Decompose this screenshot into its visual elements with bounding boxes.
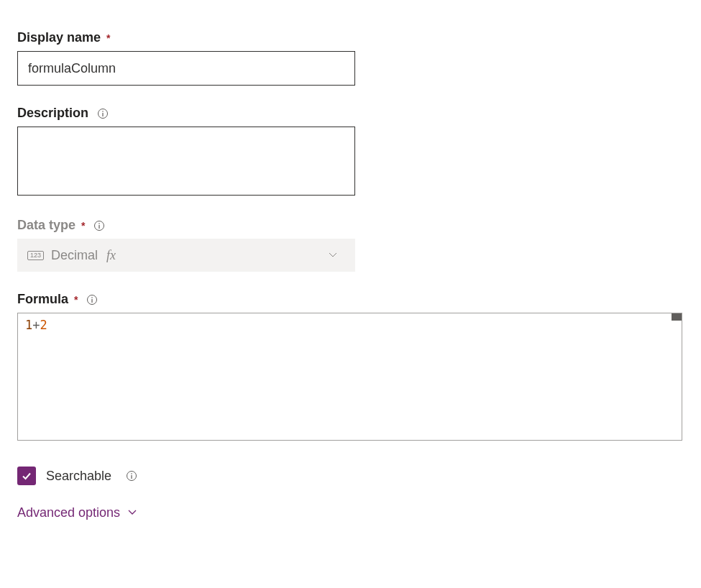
required-asterisk: * — [81, 220, 85, 231]
searchable-row: Searchable — [17, 467, 684, 485]
number-icon: 123 — [27, 251, 44, 260]
svg-rect-11 — [131, 475, 132, 479]
data-type-dropdown[interactable]: 123 Decimal fx — [17, 239, 355, 272]
info-icon[interactable] — [86, 294, 98, 306]
info-icon[interactable] — [97, 108, 109, 119]
description-label: Description — [17, 106, 88, 121]
svg-rect-8 — [92, 299, 93, 303]
formula-field: Formula * 1+2 — [17, 292, 684, 441]
required-asterisk: * — [106, 32, 110, 44]
searchable-checkbox[interactable] — [17, 467, 36, 485]
data-type-selected: Decimal — [51, 248, 98, 263]
data-type-label: Data type — [17, 218, 75, 233]
display-name-label: Display name — [17, 30, 101, 45]
formula-literal: 1 — [25, 318, 32, 332]
display-name-field: Display name * — [17, 30, 684, 86]
info-icon[interactable] — [93, 220, 105, 231]
formula-operator: + — [32, 318, 40, 332]
searchable-label: Searchable — [46, 469, 111, 484]
advanced-options-toggle[interactable]: Advanced options — [17, 505, 684, 520]
data-type-label-row: Data type * — [17, 218, 684, 233]
display-name-input[interactable] — [17, 51, 355, 86]
svg-point-10 — [131, 473, 132, 474]
required-asterisk: * — [74, 294, 78, 306]
svg-rect-5 — [99, 225, 100, 229]
scrollbar-thumb[interactable] — [672, 313, 682, 321]
svg-point-1 — [102, 111, 104, 112]
fx-icon: fx — [106, 248, 116, 263]
advanced-options-label: Advanced options — [17, 505, 120, 520]
formula-literal: 2 — [40, 318, 47, 332]
formula-label-row: Formula * — [17, 292, 684, 307]
display-name-label-row: Display name * — [17, 30, 684, 45]
description-field: Description — [17, 106, 684, 198]
description-input[interactable] — [17, 127, 355, 196]
formula-editor[interactable]: 1+2 — [17, 313, 682, 441]
formula-label: Formula — [17, 292, 68, 307]
data-type-field: Data type * 123 Decimal fx — [17, 218, 684, 272]
info-icon[interactable] — [126, 470, 137, 482]
description-label-row: Description — [17, 106, 684, 121]
svg-rect-2 — [102, 113, 103, 116]
chevron-down-icon — [127, 507, 137, 519]
svg-point-7 — [92, 297, 93, 298]
svg-point-4 — [99, 223, 101, 224]
chevron-down-icon — [328, 248, 338, 263]
